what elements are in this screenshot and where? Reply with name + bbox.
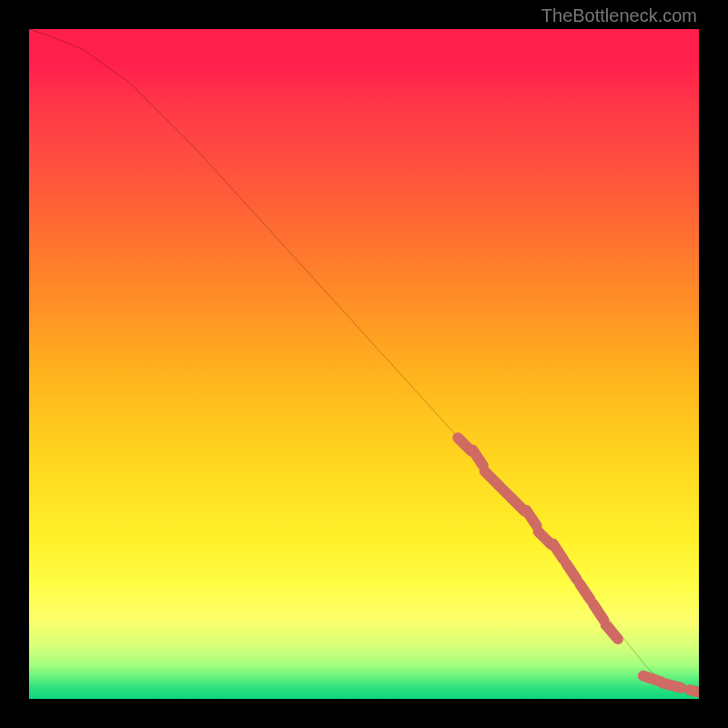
chart-frame: TheBottleneck.com [0, 0, 728, 728]
plot-area [29, 29, 699, 699]
watermark-text: TheBottleneck.com [541, 5, 697, 26]
marker-dot [553, 544, 563, 560]
highlighted-range [458, 438, 699, 694]
marker-dot [593, 604, 603, 620]
chart-svg [29, 29, 699, 699]
bottleneck-curve [29, 29, 699, 693]
marker-dot [526, 511, 536, 526]
marker-dot [472, 450, 482, 465]
marker-dot [606, 625, 618, 640]
marker-dot [580, 584, 590, 600]
curve-line [29, 29, 699, 693]
marker-dot [663, 683, 682, 688]
marker-dot [690, 690, 699, 694]
marker-dot [566, 564, 576, 580]
